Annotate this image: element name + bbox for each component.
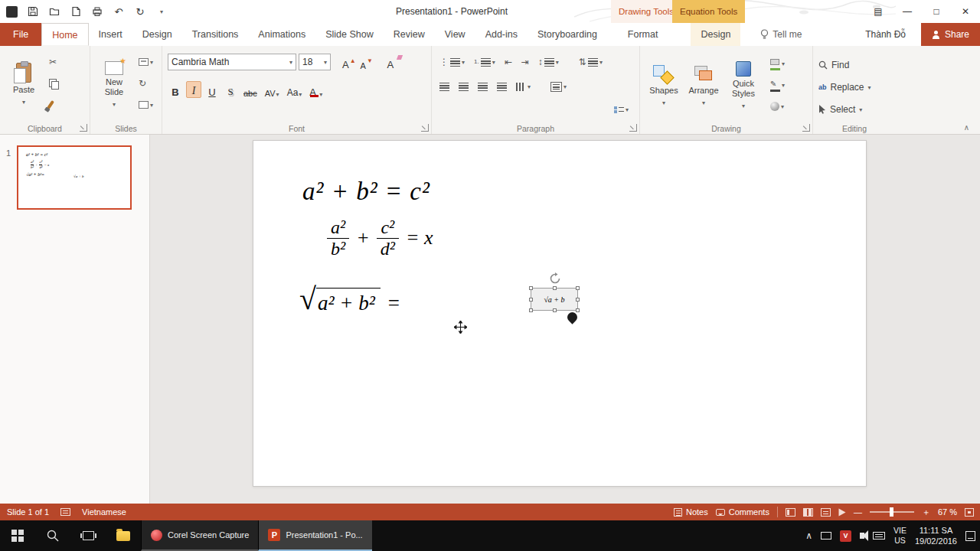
equation-1[interactable]: a² + b² = c² (302, 178, 430, 206)
tab-equation-design[interactable]: Design (691, 23, 740, 46)
change-case-dropdown-icon[interactable]: ▾ (299, 91, 302, 98)
underline-button[interactable]: U (204, 81, 220, 98)
character-spacing-button[interactable]: AV▾ (263, 81, 282, 98)
strikethrough-button[interactable]: abc (241, 81, 260, 98)
taskbar-app-corel[interactable]: Corel Screen Capture (141, 520, 258, 551)
reading-view-button[interactable] (821, 508, 831, 517)
text-direction-button[interactable]: ⇅▾ (577, 54, 605, 70)
shape-outline-button[interactable]: ✎▾ (768, 77, 787, 93)
taskbar-app-powerpoint[interactable]: P Presentation1 - Po... (258, 520, 371, 551)
bold-button[interactable]: B (168, 81, 183, 98)
equation-3[interactable]: √ a² + b² = (299, 286, 400, 317)
zoom-out-button[interactable]: — (854, 507, 862, 517)
align-left-button[interactable] (437, 78, 452, 95)
fit-slide-to-window-button[interactable] (965, 508, 974, 517)
comments-button[interactable]: Comments (716, 507, 769, 517)
tray-language-indicator[interactable]: VIE US (893, 526, 906, 546)
maximize-button[interactable]: □ (922, 0, 951, 23)
tab-format[interactable]: Format (618, 23, 668, 46)
replace-dropdown-icon[interactable]: ▾ (868, 84, 871, 91)
copy-button[interactable] (47, 75, 60, 92)
tab-view[interactable]: View (435, 23, 475, 46)
tab-animations[interactable]: Animations (248, 23, 315, 46)
arrange-dropdown-icon[interactable]: ▾ (702, 98, 705, 108)
drawing-dialog-launcher-icon[interactable] (802, 124, 810, 132)
decrease-font-size-button[interactable]: A▼ (358, 54, 375, 70)
bullets-button[interactable]: ⋮▾ (437, 54, 467, 70)
slide-indicator[interactable]: Slide 1 of 1 (0, 507, 56, 517)
tray-v-icon[interactable]: V (840, 530, 851, 542)
increase-indent-button[interactable]: ⇥ (519, 54, 531, 70)
select-dropdown-icon[interactable]: ▾ (859, 106, 862, 113)
tray-expand-icon[interactable]: ∧ (805, 530, 812, 541)
selection-handle[interactable] (576, 286, 580, 290)
clipboard-dialog-launcher-icon[interactable] (80, 124, 87, 132)
decrease-indent-button[interactable]: ⇤ (502, 54, 514, 70)
rotate-handle-icon[interactable] (549, 272, 561, 285)
tab-insert[interactable]: Insert (89, 23, 132, 46)
shapes-dropdown-icon[interactable]: ▾ (662, 98, 665, 108)
taskbar-search-button[interactable] (35, 520, 70, 551)
zoom-level[interactable]: 67 % (938, 507, 957, 517)
tab-transitions[interactable]: Transitions (182, 23, 249, 46)
paste-dropdown-icon[interactable]: ▾ (22, 97, 25, 107)
tab-review[interactable]: Review (384, 23, 435, 46)
qat-customize-icon[interactable]: ▾ (155, 5, 168, 18)
collapse-ribbon-button[interactable]: ∧ (964, 123, 969, 132)
notes-button[interactable]: Notes (674, 507, 708, 517)
proofing-icon[interactable] (60, 508, 70, 516)
tray-keyboard-icon[interactable] (873, 532, 885, 540)
tab-add-ins[interactable]: Add-ins (475, 23, 528, 46)
quick-styles-dropdown-icon[interactable]: ▾ (742, 101, 745, 111)
change-case-button[interactable]: Aa▾ (285, 81, 305, 98)
align-center-button[interactable] (456, 78, 471, 95)
new-slide-dropdown-icon[interactable]: ▾ (113, 99, 116, 109)
selection-box[interactable]: √a + b (531, 288, 578, 311)
action-center-icon[interactable] (965, 531, 975, 541)
ribbon-display-options-icon[interactable]: ▤ (864, 0, 893, 23)
selection-handle[interactable] (553, 308, 557, 312)
selected-equation-object[interactable]: √a + b (531, 272, 580, 311)
font-color-button[interactable]: A▾ (307, 81, 325, 98)
start-button[interactable] (0, 520, 35, 551)
quick-styles-button[interactable]: Quick Styles ▾ (725, 54, 762, 111)
shapes-button[interactable]: Shapes ▾ (645, 58, 682, 108)
file-explorer-button[interactable] (106, 520, 141, 551)
tab-home[interactable]: Home (41, 23, 88, 46)
language-indicator[interactable]: Vietnamese (75, 507, 133, 517)
zoom-in-button[interactable]: ＋ (922, 507, 930, 518)
selection-handle[interactable] (529, 308, 533, 312)
slide-sorter-view-button[interactable] (803, 508, 813, 517)
format-painter-button[interactable] (47, 96, 60, 113)
font-color-dropdown-icon[interactable]: ▾ (319, 91, 322, 98)
task-view-button[interactable] (70, 520, 106, 551)
zoom-slider-thumb[interactable] (890, 507, 893, 517)
increase-font-size-button[interactable]: A▲ (340, 54, 358, 70)
new-document-icon[interactable] (70, 5, 82, 18)
arrange-button[interactable]: Arrange ▾ (685, 58, 722, 108)
convert-to-smartart-button[interactable]: ▾ (612, 101, 631, 118)
close-button[interactable]: ✕ (951, 0, 980, 23)
undo-icon[interactable]: ↶ (113, 5, 125, 18)
tray-volume-icon[interactable] (860, 533, 864, 539)
justify-button[interactable] (495, 78, 509, 95)
tab-design[interactable]: Design (132, 23, 182, 46)
align-text-button[interactable]: ▾ (548, 78, 569, 95)
section-button[interactable]: ▾ (136, 96, 155, 113)
print-icon[interactable] (91, 5, 103, 18)
line-spacing-button[interactable]: ↕▾ (536, 54, 561, 70)
font-size-dropdown-icon[interactable]: ▾ (324, 59, 327, 66)
tab-storyboarding[interactable]: Storyboarding (528, 23, 607, 46)
normal-view-button[interactable] (786, 508, 795, 517)
paragraph-dialog-launcher-icon[interactable] (629, 124, 637, 132)
redo-icon[interactable]: ↻ (134, 5, 146, 18)
user-name[interactable]: Thành Đỗ (865, 29, 906, 40)
selection-handle[interactable] (576, 308, 580, 312)
tell-me-box[interactable]: Tell me (760, 23, 802, 46)
columns-button[interactable]: ▾ (514, 78, 533, 95)
minimize-button[interactable]: — (893, 0, 922, 23)
tab-slide-show[interactable]: Slide Show (315, 23, 384, 46)
selection-handle[interactable] (529, 298, 533, 302)
replace-button[interactable]: ab Replace ▾ (818, 79, 892, 96)
font-size-combo[interactable]: 18 ▾ (299, 54, 331, 70)
